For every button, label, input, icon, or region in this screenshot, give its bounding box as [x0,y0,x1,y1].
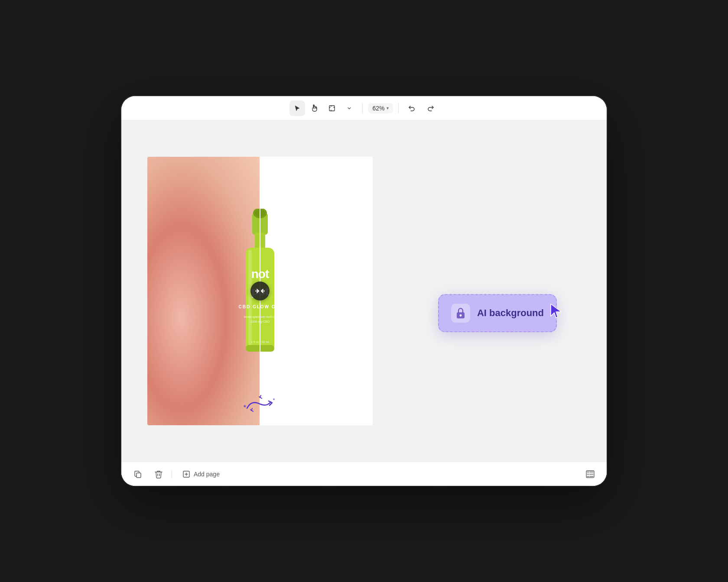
redo-button[interactable] [423,100,439,116]
frame-tool-button[interactable] [324,100,340,116]
frame-chevron-button[interactable] [341,100,357,116]
copy-button[interactable] [130,466,146,482]
image-container[interactable]: not pot CBD GLOW OIL broad spectrum mult… [147,157,373,425]
bottom-bar: Add page [121,462,607,486]
svg-rect-0 [329,106,335,111]
svg-rect-20 [136,473,141,478]
delete-button[interactable] [151,466,166,482]
canvas-area: not pot CBD GLOW OIL broad spectrum mult… [121,120,607,486]
svg-point-16 [273,398,275,400]
arrow-decoration [243,393,277,417]
toolbar: 62% ▾ [121,96,607,120]
bottom-divider [172,470,172,479]
cursor-arrow [548,302,564,321]
toolbar-divider-2 [398,103,399,113]
add-page-label: Add page [194,471,220,478]
split-handle[interactable] [250,281,270,301]
ai-background-popup[interactable]: AI background [438,294,557,332]
bottom-right-controls [582,466,598,482]
add-page-button[interactable]: Add page [177,468,225,481]
canvas-workspace: not pot CBD GLOW OIL broad spectrum mult… [121,120,607,462]
device-frame: 62% ▾ [121,96,607,486]
tool-group [289,100,357,116]
zoom-chevron-icon: ▾ [387,106,389,110]
zoom-control[interactable]: 62% ▾ [368,103,393,113]
undo-button[interactable] [404,100,419,116]
zoom-value: 62% [372,105,384,112]
toolbar-divider-1 [362,103,363,113]
svg-rect-19 [460,315,461,317]
bottom-left-controls: Add page [130,466,225,482]
grid-view-button[interactable] [582,466,598,482]
select-tool-button[interactable] [289,100,305,116]
ai-popup-icon [451,304,470,323]
ai-popup-label: AI background [477,307,544,319]
hand-tool-button[interactable] [307,100,322,116]
svg-point-15 [244,405,246,407]
